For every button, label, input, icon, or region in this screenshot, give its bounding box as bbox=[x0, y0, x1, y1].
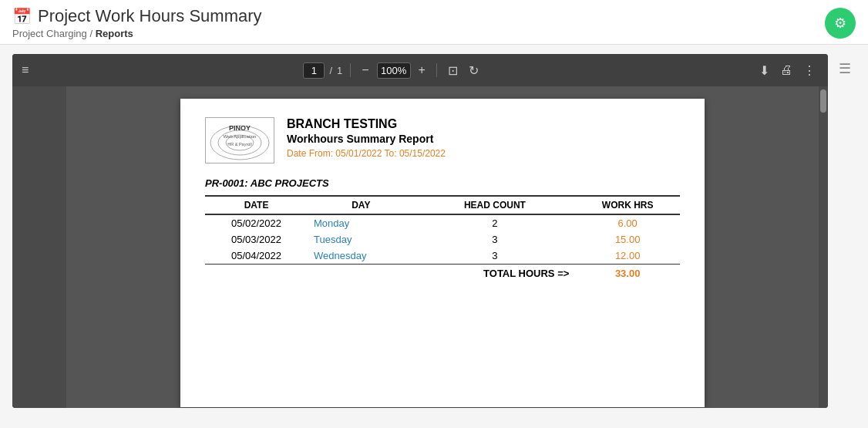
cell-date: 05/02/2022 bbox=[205, 214, 308, 231]
col-headcount: HEAD COUNT bbox=[415, 196, 576, 214]
pdf-viewer: ≡ / 1 − + ⊡ ↻ ⬇ bbox=[12, 54, 828, 408]
report-table: DATE DAY HEAD COUNT WORK HRS 05/02/2022 … bbox=[205, 195, 680, 282]
toc-icon[interactable]: ☰ bbox=[839, 60, 851, 77]
breadcrumb-current: Reports bbox=[96, 28, 133, 39]
gear-button[interactable]: ⚙ bbox=[825, 8, 856, 39]
cell-headcount: 3 bbox=[415, 248, 576, 265]
date-range: Date From: 05/01/2022 To: 05/15/2022 bbox=[287, 148, 446, 159]
project-name: ABC PROJECTS bbox=[251, 177, 329, 189]
svg-text:PINOY: PINOY bbox=[229, 124, 251, 132]
table-row: 05/02/2022 Monday 2 6.00 bbox=[205, 214, 680, 231]
page-header: 📅 Project Work Hours Summary Project Cha… bbox=[0, 0, 868, 45]
fit-page-button[interactable]: ⊡ bbox=[445, 63, 461, 78]
project-code: PR-0001 bbox=[205, 177, 244, 189]
cell-day: Monday bbox=[308, 214, 415, 231]
total-value: 33.00 bbox=[575, 265, 680, 283]
print-icon: 🖨 bbox=[780, 63, 792, 77]
cell-workhrs: 12.00 bbox=[575, 248, 680, 265]
cell-date: 05/03/2022 bbox=[205, 231, 308, 248]
gear-icon: ⚙ bbox=[834, 15, 846, 32]
company-name-block: BRANCH TESTING Workhours Summary Report … bbox=[287, 117, 446, 159]
main-content: ≡ / 1 − + ⊡ ↻ ⬇ bbox=[0, 45, 868, 417]
page-title: Project Work Hours Summary bbox=[38, 6, 262, 26]
pdf-scrollbar[interactable] bbox=[819, 86, 828, 408]
page-total: 1 bbox=[337, 65, 342, 76]
page-number-input[interactable] bbox=[303, 62, 325, 79]
download-button[interactable]: ⬇ bbox=[756, 63, 772, 78]
col-day: DAY bbox=[308, 196, 415, 214]
zoom-out-button[interactable]: − bbox=[358, 63, 372, 77]
pdf-page-area: PINOY Web Application HR & Payroll BRANC… bbox=[66, 86, 819, 408]
pdf-page: PINOY Web Application HR & Payroll BRANC… bbox=[180, 99, 705, 407]
breadcrumb-separator: / bbox=[89, 28, 95, 39]
hamburger-icon[interactable]: ≡ bbox=[22, 63, 29, 77]
right-sidebar: ☰ bbox=[834, 54, 856, 408]
more-options-button[interactable]: ⋮ bbox=[800, 63, 819, 78]
zoom-in-button[interactable]: + bbox=[415, 63, 429, 77]
breadcrumb-parent[interactable]: Project Charging bbox=[12, 28, 87, 39]
pdf-toolbar: ≡ / 1 − + ⊡ ↻ ⬇ bbox=[12, 54, 828, 86]
date-from-label: Date From: bbox=[287, 148, 333, 159]
table-row: 05/04/2022 Wednesday 3 12.00 bbox=[205, 248, 680, 265]
scrollbar-thumb[interactable] bbox=[820, 89, 826, 113]
report-title: Workhours Summary Report bbox=[287, 133, 446, 145]
fit-page-icon: ⊡ bbox=[448, 63, 458, 78]
pdf-content-area: PINOY Web Application HR & Payroll BRANC… bbox=[12, 86, 828, 408]
download-icon: ⬇ bbox=[759, 63, 769, 78]
col-workhrs: WORK HRS bbox=[575, 196, 680, 214]
total-row: TOTAL HOURS => 33.00 bbox=[205, 265, 680, 283]
table-row: 05/03/2022 Tuesday 3 15.00 bbox=[205, 231, 680, 248]
svg-text:HR & Payroll: HR & Payroll bbox=[227, 142, 251, 147]
page-separator: / bbox=[329, 65, 332, 76]
date-to-value: 05/15/2022 bbox=[399, 148, 446, 159]
cell-headcount: 3 bbox=[415, 231, 576, 248]
more-icon: ⋮ bbox=[803, 63, 816, 78]
svg-text:Web Application: Web Application bbox=[224, 134, 257, 139]
company-name: BRANCH TESTING bbox=[287, 117, 446, 131]
cell-headcount: 2 bbox=[415, 214, 576, 231]
zoom-input[interactable] bbox=[377, 62, 411, 79]
breadcrumb: Project Charging / Reports bbox=[12, 28, 856, 39]
date-to-label: To: bbox=[385, 148, 397, 159]
report-header: PINOY Web Application HR & Payroll BRANC… bbox=[205, 117, 680, 163]
cell-day: Tuesday bbox=[308, 231, 415, 248]
table-header-row: DATE DAY HEAD COUNT WORK HRS bbox=[205, 196, 680, 214]
pdf-sidebar-panel bbox=[12, 86, 66, 408]
calendar-icon: 📅 bbox=[12, 7, 32, 25]
company-logo: PINOY Web Application HR & Payroll bbox=[205, 117, 274, 163]
total-label: TOTAL HOURS => bbox=[415, 265, 576, 283]
cell-date: 05/04/2022 bbox=[205, 248, 308, 265]
rotate-button[interactable]: ↻ bbox=[466, 63, 482, 78]
col-date: DATE bbox=[205, 196, 308, 214]
project-title: PR-0001: ABC PROJECTS bbox=[205, 177, 680, 189]
cell-day: Wednesday bbox=[308, 248, 415, 265]
print-button[interactable]: 🖨 bbox=[777, 63, 796, 77]
date-from-value: 05/01/2022 bbox=[335, 148, 382, 159]
cell-workhrs: 6.00 bbox=[575, 214, 680, 231]
rotate-icon: ↻ bbox=[469, 63, 479, 78]
cell-workhrs: 15.00 bbox=[575, 231, 680, 248]
